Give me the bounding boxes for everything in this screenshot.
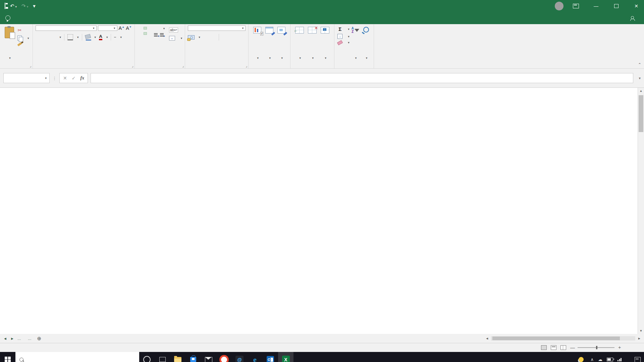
collapse-ribbon-button[interactable]: ⌃ — [638, 62, 641, 67]
borders-button[interactable] — [67, 34, 73, 40]
normal-view-button[interactable] — [541, 345, 547, 350]
action-center-icon[interactable] — [635, 357, 641, 362]
font-name-select[interactable]: ▾ — [36, 25, 97, 31]
sort-filter-button[interactable]: AZ ▾ — [350, 25, 361, 62]
cortana-button[interactable] — [139, 352, 155, 362]
format-painter-button[interactable] — [17, 43, 29, 45]
align-top-button[interactable] — [138, 27, 140, 29]
start-button[interactable] — [0, 352, 15, 362]
scroll-up-icon[interactable]: ▲ — [638, 88, 644, 94]
page-layout-view-button[interactable] — [551, 345, 556, 350]
shrink-font-button[interactable]: A▼ — [126, 25, 132, 31]
file-explorer-button[interactable] — [170, 352, 185, 362]
taskbar-search-input[interactable] — [15, 352, 139, 362]
align-right-button[interactable] — [150, 32, 153, 34]
paste-button[interactable]: ▾ — [3, 25, 16, 62]
alignment-dialog-launcher[interactable]: ⌟ — [182, 64, 184, 68]
delete-cells-button[interactable]: ✕ ▾ — [306, 25, 319, 62]
font-dialog-launcher[interactable]: ⌟ — [132, 64, 133, 68]
expand-formula-bar-icon[interactable]: ▾ — [636, 76, 643, 80]
share-button[interactable] — [623, 12, 644, 24]
zoom-slider[interactable]: — ＋ — [570, 345, 622, 351]
format-cells-icon — [321, 27, 329, 34]
network-icon[interactable] — [618, 358, 622, 361]
autosum-button[interactable]: Σ▾ — [337, 26, 350, 32]
grow-font-button[interactable]: A▲ — [119, 25, 125, 31]
taskbar: @ e X ∧ ☁ — [0, 352, 644, 362]
at-app-button[interactable]: @ — [232, 352, 247, 362]
mail-button[interactable] — [201, 352, 216, 362]
battery-icon[interactable] — [607, 358, 613, 361]
insert-function-icon[interactable]: fx — [80, 75, 84, 81]
name-box[interactable]: ▾ — [3, 73, 50, 83]
sheet-more-icon[interactable]: … — [24, 334, 35, 343]
number-dialog-launcher[interactable]: ⌟ — [246, 64, 248, 68]
outlook-button[interactable] — [263, 352, 278, 362]
page-break-view-button[interactable] — [560, 345, 566, 350]
fill-down-icon: ↓ — [337, 34, 343, 39]
edge-button[interactable]: e — [247, 352, 263, 362]
scroll-down-icon[interactable]: ▼ — [638, 328, 644, 334]
customize-qat-button[interactable]: ▾ — [33, 3, 36, 8]
horizontal-scroll-thumb[interactable] — [492, 337, 620, 340]
sheet-nav-more-icon[interactable]: … — [17, 337, 21, 341]
font-color-button[interactable]: A — [99, 34, 102, 41]
cancel-entry-icon[interactable]: ✕ — [63, 75, 67, 81]
align-middle-button[interactable] — [144, 27, 147, 29]
wrap-text-button[interactable]: ab↩ — [169, 27, 182, 33]
copy-button[interactable]: ▾ — [17, 36, 29, 41]
new-sheet-button[interactable]: ⊕ — [35, 334, 44, 343]
conditional-formatting-button[interactable]: ≠ ▾ — [251, 25, 263, 62]
fill-button[interactable]: ↓▾ — [337, 34, 350, 39]
cut-button[interactable]: ✂ — [17, 27, 29, 33]
align-center-button[interactable] — [144, 32, 147, 35]
clipboard-dialog-launcher[interactable]: ⌟ — [30, 64, 32, 68]
zoom-in-icon[interactable]: ＋ — [617, 345, 622, 351]
store-button[interactable] — [185, 352, 201, 362]
sheet-nav-left-icon[interactable]: ◄ — [3, 337, 7, 341]
save-button[interactable] — [5, 3, 5, 8]
phonetic-guide-button[interactable] — [114, 37, 116, 38]
merge-center-button[interactable]: ↔▾ — [169, 36, 182, 41]
number-format-select[interactable]: ▾ — [188, 25, 246, 31]
fill-color-button[interactable] — [85, 34, 91, 39]
weather-widget[interactable] — [579, 357, 586, 362]
close-button[interactable]: ✕ — [629, 0, 644, 12]
undo-button[interactable]: ↶▾ — [10, 3, 17, 8]
avatar[interactable] — [555, 2, 564, 10]
confirm-entry-icon[interactable]: ✓ — [72, 75, 76, 81]
horizontal-scrollbar[interactable] — [491, 336, 635, 341]
tell-me-box[interactable] — [0, 12, 18, 24]
excel-taskbar-button[interactable]: X — [278, 352, 293, 362]
sun-icon — [579, 357, 584, 362]
onedrive-cloud-icon[interactable]: ☁ — [598, 357, 602, 362]
insert-cells-button[interactable]: ← ▾ — [293, 25, 306, 62]
sheet-nav-right-icon[interactable]: ► — [10, 337, 14, 341]
decrease-indent-button[interactable]: ◂ — [156, 32, 159, 34]
hscroll-right-icon[interactable]: ► — [637, 337, 642, 340]
task-view-button[interactable] — [155, 352, 170, 362]
vertical-scrollbar[interactable]: ▲ ▼ — [638, 88, 644, 334]
maximize-button[interactable] — [608, 0, 624, 12]
increase-indent-button[interactable]: ▸ — [162, 32, 165, 34]
format-as-table-button[interactable]: ▾ — [263, 25, 275, 62]
orientation-button[interactable] — [156, 27, 159, 29]
minimize-button[interactable]: — — [588, 0, 604, 12]
clear-button[interactable]: ▾ — [337, 41, 350, 44]
browser-ring-button[interactable] — [216, 352, 232, 362]
find-select-button[interactable]: ▾ — [361, 25, 371, 62]
accounting-format-button[interactable] — [188, 35, 195, 40]
cell-styles-button[interactable]: ▾ — [275, 25, 287, 62]
zoom-thumb[interactable] — [596, 346, 597, 349]
formula-input[interactable] — [91, 73, 633, 83]
zoom-out-icon[interactable]: — — [570, 345, 575, 350]
format-cells-button[interactable]: ▾ — [319, 25, 331, 62]
ribbon-display-options-button[interactable] — [568, 0, 584, 12]
hidden-icons-chevron[interactable]: ∧ — [590, 357, 594, 362]
hscroll-left-icon[interactable]: ◄ — [484, 337, 490, 340]
font-size-select[interactable]: ▾ — [98, 25, 117, 31]
align-bottom-button[interactable] — [150, 27, 153, 29]
align-left-button[interactable] — [138, 32, 140, 34]
redo-button[interactable]: ↷▾ — [21, 3, 28, 8]
vertical-scroll-thumb[interactable] — [639, 95, 643, 132]
